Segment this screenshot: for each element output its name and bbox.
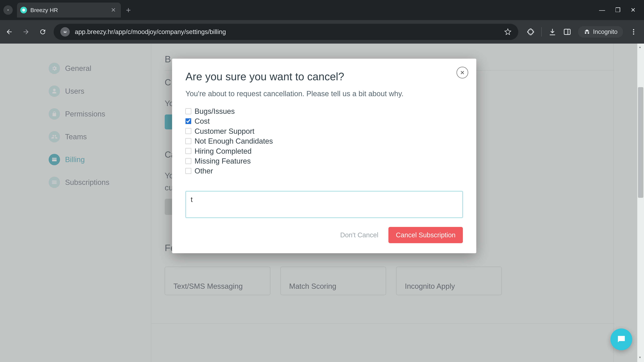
feature-card-title: Incognito Apply <box>405 282 455 290</box>
reason-row[interactable]: Not Enough Candidates <box>186 136 463 146</box>
feature-card-title: Match Scoring <box>289 282 336 290</box>
maximize-button[interactable]: ❐ <box>615 6 620 13</box>
reason-row[interactable]: Hiring Completed <box>186 146 463 156</box>
scrollbar-thumb[interactable] <box>638 87 643 198</box>
team-icon <box>49 131 60 142</box>
site-settings-icon[interactable] <box>60 27 70 36</box>
tab-close-button[interactable]: ✕ <box>104 6 116 13</box>
reason-row[interactable]: Other <box>186 166 463 176</box>
reload-icon <box>39 28 46 35</box>
sidebar-item-label: Subscriptions <box>65 178 109 187</box>
cancellation-reasons: Bugs/IssuesCostCustomer SupportNot Enoug… <box>186 106 463 176</box>
chat-widget-button[interactable] <box>610 329 632 350</box>
modal-actions: Don't Cancel Cancel Subscription <box>186 227 463 243</box>
reason-label: Hiring Completed <box>194 146 252 156</box>
feature-card-sms[interactable]: Text/SMS Messaging <box>165 267 270 295</box>
reason-row[interactable]: Bugs/Issues <box>186 106 463 116</box>
breezy-favicon <box>20 7 27 13</box>
url-text: app.breezy.hr/app/c/moodjoy/company/sett… <box>75 28 499 35</box>
star-icon[interactable] <box>504 28 512 35</box>
sidebar-item-label: Teams <box>65 133 87 141</box>
arrow-left-icon <box>6 28 13 35</box>
feature-card-incognito[interactable]: Incognito Apply <box>396 267 502 295</box>
svg-point-2 <box>66 31 66 32</box>
sidebar-item-general[interactable]: General <box>49 57 151 80</box>
scroll-down-arrow[interactable]: ▼ <box>639 356 643 360</box>
svg-point-0 <box>22 8 25 11</box>
tab-strip: Breezy HR ✕ + — ❐ ✕ <box>0 0 644 20</box>
reason-label: Not Enough Candidates <box>194 136 273 146</box>
credit-card-icon <box>49 154 60 165</box>
sidebar-item-subscriptions[interactable]: Subscriptions <box>49 171 151 194</box>
lock-icon <box>49 108 60 120</box>
tab-search-button[interactable] <box>3 5 13 15</box>
side-panel-icon[interactable] <box>563 28 571 36</box>
sidebar-item-users[interactable]: Users <box>49 80 151 103</box>
extensions-icon[interactable] <box>526 28 535 36</box>
gear-icon <box>49 63 60 74</box>
reason-checkbox[interactable] <box>186 168 191 174</box>
modal-subtitle: You're about to request cancellation. Pl… <box>186 89 463 98</box>
cancellation-details-textarea[interactable]: t <box>186 191 463 218</box>
reason-label: Cost <box>194 116 210 126</box>
svg-point-8 <box>633 33 634 34</box>
toolbar-separator <box>541 27 542 36</box>
browser-toolbar: app.breezy.hr/app/c/moodjoy/company/sett… <box>0 20 644 43</box>
incognito-label: Incognito <box>593 28 618 35</box>
reason-label: Customer Support <box>194 126 254 136</box>
reason-label: Other <box>194 166 213 176</box>
reload-button[interactable] <box>37 26 49 38</box>
incognito-badge[interactable]: Incognito <box>578 26 623 38</box>
reason-checkbox[interactable] <box>186 118 191 124</box>
download-icon[interactable] <box>548 28 556 36</box>
vertical-scrollbar[interactable]: ▲ ▼ <box>637 43 644 362</box>
sidebar-item-permissions[interactable]: Permissions <box>49 103 151 125</box>
sidebar-item-label: Permissions <box>65 110 105 118</box>
kebab-menu-icon[interactable] <box>630 28 637 35</box>
minimize-button[interactable]: — <box>599 6 605 13</box>
reason-row[interactable]: Cost <box>186 116 463 126</box>
bottom-panel <box>151 324 614 362</box>
feature-card-title: Text/SMS Messaging <box>174 282 243 290</box>
toolbar-actions: Incognito <box>523 26 641 38</box>
address-bar[interactable]: app.breezy.hr/app/c/moodjoy/company/sett… <box>54 24 518 40</box>
cancel-confirmation-modal: Are you sure you want to cancel? You're … <box>172 59 476 253</box>
chat-icon <box>616 334 626 345</box>
reason-checkbox[interactable] <box>186 108 191 114</box>
reason-row[interactable]: Missing Features <box>186 156 463 166</box>
incognito-icon <box>584 28 590 35</box>
reason-checkbox[interactable] <box>186 148 191 154</box>
close-icon <box>460 70 465 75</box>
user-icon <box>49 85 60 97</box>
feature-cards-row: Text/SMS Messaging Match Scoring Incogni… <box>165 267 614 295</box>
forward-button[interactable] <box>20 26 32 38</box>
dont-cancel-button[interactable]: Don't Cancel <box>340 231 378 239</box>
new-tab-button[interactable]: + <box>126 5 131 15</box>
feature-card-match[interactable]: Match Scoring <box>280 267 386 295</box>
back-button[interactable] <box>3 26 15 38</box>
reason-checkbox[interactable] <box>186 128 191 134</box>
reason-label: Bugs/Issues <box>194 106 235 116</box>
modal-close-button[interactable] <box>456 67 468 78</box>
sidebar-item-label: Billing <box>65 155 85 164</box>
tab-title: Breezy HR <box>30 7 58 13</box>
reason-label: Missing Features <box>194 156 251 166</box>
sidebar-item-billing[interactable]: Billing <box>49 148 151 171</box>
sidebar-item-label: Users <box>65 87 84 95</box>
sidebar-item-label: General <box>65 64 92 72</box>
reason-checkbox[interactable] <box>186 158 191 164</box>
reason-checkbox[interactable] <box>186 138 191 144</box>
svg-point-7 <box>633 31 634 32</box>
page-viewport: General Users Permissions Teams <box>0 43 644 362</box>
reason-row[interactable]: Customer Support <box>186 126 463 136</box>
scroll-up-arrow[interactable]: ▲ <box>639 45 643 50</box>
close-window-button[interactable]: ✕ <box>630 6 636 13</box>
list-icon <box>49 177 60 188</box>
browser-tab[interactable]: Breezy HR ✕ <box>17 2 121 17</box>
cancel-subscription-button[interactable]: Cancel Subscription <box>388 227 463 243</box>
chevron-down-icon <box>6 8 10 12</box>
arrow-right-icon <box>22 28 30 35</box>
modal-title: Are you sure you want to cancel? <box>186 70 463 83</box>
sidebar-item-teams[interactable]: Teams <box>49 125 151 148</box>
browser-window: Breezy HR ✕ + — ❐ ✕ app.breezy.hr/app/c/… <box>0 0 644 362</box>
